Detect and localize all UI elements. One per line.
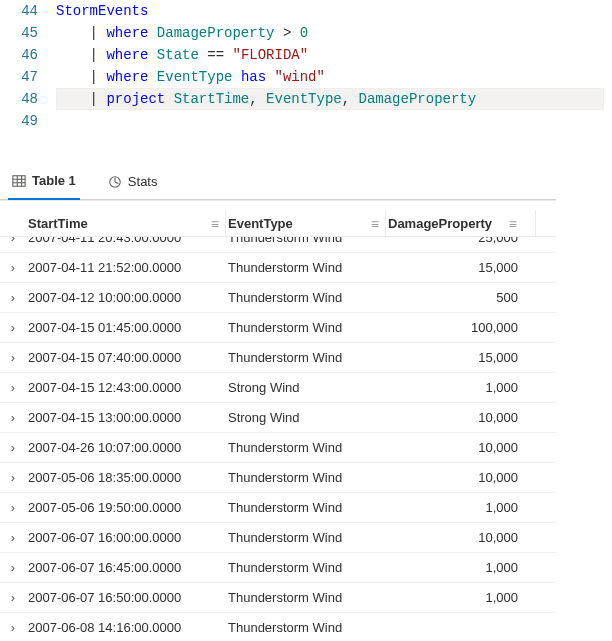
editor-line[interactable]: 47 | where EventType has "wind" xyxy=(0,66,612,88)
results-grid: StartTime ≡ EventType ≡ DamageProperty ≡… xyxy=(0,200,556,641)
table-row[interactable]: ›2007-04-15 07:40:00.0000Thunderstorm Wi… xyxy=(0,343,556,373)
svg-line-7 xyxy=(115,182,119,184)
expand-chevron-icon[interactable]: › xyxy=(0,500,26,515)
line-number: 49 xyxy=(0,110,52,132)
table-row[interactable]: ›2007-06-07 16:50:00.0000Thunderstorm Wi… xyxy=(0,583,556,613)
tab-table[interactable]: Table 1 xyxy=(8,165,80,200)
cell-starttime: 2007-04-11 20:43:00.0000 xyxy=(26,237,226,245)
editor-line[interactable]: 46 | where State == "FLORIDA" xyxy=(0,44,612,66)
expand-chevron-icon[interactable]: › xyxy=(0,410,26,425)
cell-starttime: 2007-05-06 19:50:00.0000 xyxy=(26,500,226,515)
cell-eventtype: Thunderstorm Wind xyxy=(226,290,386,305)
cell-starttime: 2007-06-07 16:45:00.0000 xyxy=(26,560,226,575)
grid-body[interactable]: ›2007-04-11 20:43:00.0000Thunderstorm Wi… xyxy=(0,237,556,641)
expand-chevron-icon[interactable]: › xyxy=(0,620,26,635)
col-header-eventtype[interactable]: EventType ≡ xyxy=(226,210,386,238)
expand-chevron-icon[interactable]: › xyxy=(0,380,26,395)
table-row[interactable]: ›2007-06-07 16:00:00.0000Thunderstorm Wi… xyxy=(0,523,556,553)
tab-table-label: Table 1 xyxy=(32,173,76,188)
cell-eventtype: Thunderstorm Wind xyxy=(226,237,386,245)
cell-damageproperty: 10,000 xyxy=(386,530,536,545)
table-row[interactable]: ›2007-04-26 10:07:00.0000Thunderstorm Wi… xyxy=(0,433,556,463)
stats-icon xyxy=(108,175,122,189)
cell-starttime: 2007-04-15 12:43:00.0000 xyxy=(26,380,226,395)
col-header-label: DamageProperty xyxy=(388,216,492,231)
cell-damageproperty: 1,000 xyxy=(386,500,536,515)
line-number: 46 xyxy=(0,44,52,66)
editor-line[interactable]: 45 | where DamageProperty > 0 xyxy=(0,22,612,44)
expand-chevron-icon[interactable]: › xyxy=(0,560,26,575)
cell-eventtype: Thunderstorm Wind xyxy=(226,620,386,635)
col-header-label: EventType xyxy=(228,216,293,231)
line-number: 45 xyxy=(0,22,52,44)
cell-starttime: 2007-04-15 13:00:00.0000 xyxy=(26,410,226,425)
cell-damageproperty: 15,000 xyxy=(386,350,536,365)
table-row[interactable]: ›2007-04-15 13:00:00.0000Strong Wind10,0… xyxy=(0,403,556,433)
code-content[interactable]: StormEvents xyxy=(52,0,148,22)
expand-chevron-icon[interactable]: › xyxy=(0,237,26,245)
table-icon xyxy=(12,174,26,188)
cell-starttime: 2007-06-08 14:16:00.0000 xyxy=(26,620,226,635)
cell-damageproperty: 1,000 xyxy=(386,560,536,575)
expand-chevron-icon[interactable]: › xyxy=(0,320,26,335)
cell-starttime: 2007-04-26 10:07:00.0000 xyxy=(26,440,226,455)
cell-starttime: 2007-04-12 10:00:00.0000 xyxy=(26,290,226,305)
expand-chevron-icon[interactable]: › xyxy=(0,530,26,545)
cell-eventtype: Thunderstorm Wind xyxy=(226,320,386,335)
cell-damageproperty: 10,000 xyxy=(386,410,536,425)
col-header-label: StartTime xyxy=(28,216,88,231)
table-row[interactable]: ›2007-05-06 18:35:00.0000Thunderstorm Wi… xyxy=(0,463,556,493)
table-row[interactable]: ›2007-04-15 01:45:00.0000Thunderstorm Wi… xyxy=(0,313,556,343)
expand-chevron-icon[interactable]: › xyxy=(0,440,26,455)
line-number: 44 xyxy=(0,0,52,22)
query-editor[interactable]: 44StormEvents45 | where DamageProperty >… xyxy=(0,0,612,132)
table-row[interactable]: ›2007-04-11 21:52:00.0000Thunderstorm Wi… xyxy=(0,253,556,283)
cell-eventtype: Thunderstorm Wind xyxy=(226,500,386,515)
table-row[interactable]: ›2007-06-08 14:16:00.0000Thunderstorm Wi… xyxy=(0,613,556,641)
table-row[interactable]: ›2007-05-06 19:50:00.0000Thunderstorm Wi… xyxy=(0,493,556,523)
tab-stats[interactable]: Stats xyxy=(104,166,162,199)
cell-starttime: 2007-04-11 21:52:00.0000 xyxy=(26,260,226,275)
hamburger-icon[interactable]: ≡ xyxy=(211,216,219,232)
expand-chevron-icon[interactable]: › xyxy=(0,470,26,485)
line-number: 48 xyxy=(0,88,52,110)
line-number: 47 xyxy=(0,66,52,88)
cell-starttime: 2007-06-07 16:00:00.0000 xyxy=(26,530,226,545)
cell-eventtype: Thunderstorm Wind xyxy=(226,440,386,455)
cell-starttime: 2007-04-15 07:40:00.0000 xyxy=(26,350,226,365)
cell-starttime: 2007-05-06 18:35:00.0000 xyxy=(26,470,226,485)
cell-damageproperty: 10,000 xyxy=(386,440,536,455)
expand-chevron-icon[interactable]: › xyxy=(0,260,26,275)
result-tabs: Table 1 Stats xyxy=(0,160,556,200)
code-content[interactable]: | where EventType has "wind" xyxy=(52,66,325,88)
editor-line[interactable]: 44StormEvents xyxy=(0,0,612,22)
tab-stats-label: Stats xyxy=(128,174,158,189)
table-row[interactable]: ›2007-04-15 12:43:00.0000Strong Wind1,00… xyxy=(0,373,556,403)
hamburger-icon[interactable]: ≡ xyxy=(371,216,379,232)
cell-damageproperty: 1,000 xyxy=(386,590,536,605)
editor-line[interactable]: 49 xyxy=(0,110,612,132)
cell-damageproperty: 25,000 xyxy=(386,237,536,245)
col-header-damageproperty[interactable]: DamageProperty ≡ xyxy=(386,210,536,238)
table-row[interactable]: ›2007-06-07 16:45:00.0000Thunderstorm Wi… xyxy=(0,553,556,583)
cell-eventtype: Strong Wind xyxy=(226,410,386,425)
table-row[interactable]: ›2007-04-12 10:00:00.0000Thunderstorm Wi… xyxy=(0,283,556,313)
expand-chevron-icon[interactable]: › xyxy=(0,590,26,605)
cell-damageproperty: 10,000 xyxy=(386,470,536,485)
cell-eventtype: Thunderstorm Wind xyxy=(226,560,386,575)
cell-starttime: 2007-06-07 16:50:00.0000 xyxy=(26,590,226,605)
editor-line[interactable]: 48 | project StartTime, EventType, Damag… xyxy=(0,88,612,110)
cell-eventtype: Thunderstorm Wind xyxy=(226,350,386,365)
hamburger-icon[interactable]: ≡ xyxy=(509,216,517,232)
col-header-starttime[interactable]: StartTime ≡ xyxy=(26,210,226,238)
cell-eventtype: Thunderstorm Wind xyxy=(226,530,386,545)
cell-damageproperty: 100,000 xyxy=(386,320,536,335)
expand-chevron-icon[interactable]: › xyxy=(0,350,26,365)
code-content[interactable] xyxy=(52,110,56,132)
expand-chevron-icon[interactable]: › xyxy=(0,290,26,305)
cell-eventtype: Thunderstorm Wind xyxy=(226,590,386,605)
code-content[interactable]: | project StartTime, EventType, DamagePr… xyxy=(52,88,476,110)
code-content[interactable]: | where State == "FLORIDA" xyxy=(52,44,308,66)
code-content[interactable]: | where DamageProperty > 0 xyxy=(52,22,308,44)
table-row[interactable]: ›2007-04-11 20:43:00.0000Thunderstorm Wi… xyxy=(0,237,556,253)
